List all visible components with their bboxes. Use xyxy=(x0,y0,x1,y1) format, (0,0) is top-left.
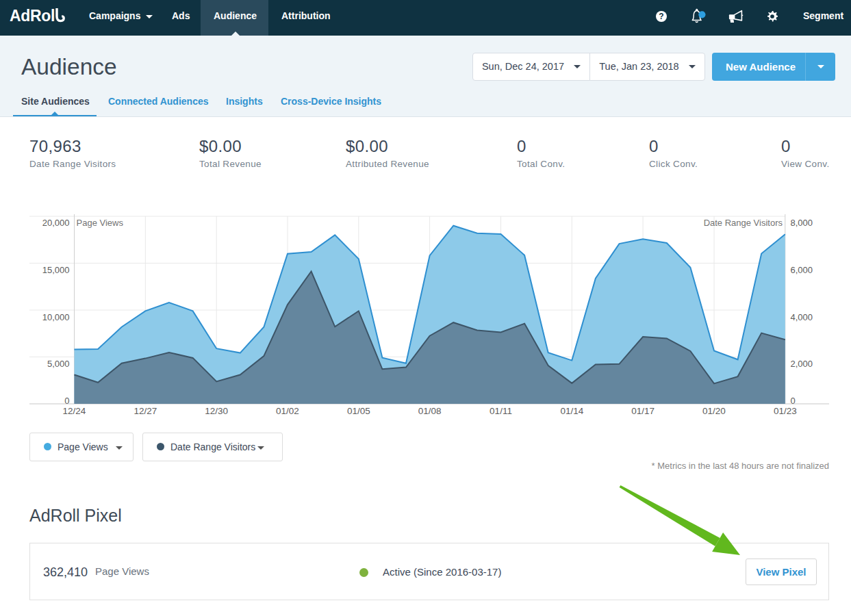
svg-text:4,000: 4,000 xyxy=(791,312,813,322)
svg-text:01/17: 01/17 xyxy=(631,406,655,416)
svg-text:12/30: 12/30 xyxy=(205,406,228,416)
svg-text:01/14: 01/14 xyxy=(560,406,583,416)
svg-text:01/05: 01/05 xyxy=(347,406,370,416)
svg-text:5,000: 5,000 xyxy=(47,359,70,369)
svg-text:2,000: 2,000 xyxy=(791,359,813,369)
svg-text:AdRol: AdRol xyxy=(10,7,55,25)
svg-text:15,000: 15,000 xyxy=(42,265,70,275)
svg-text:01/23: 01/23 xyxy=(774,406,797,416)
svg-text:10,000: 10,000 xyxy=(42,312,70,322)
svg-text:12/27: 12/27 xyxy=(134,406,157,416)
svg-text:Page Views: Page Views xyxy=(77,218,124,228)
svg-text:12/24: 12/24 xyxy=(63,406,86,416)
svg-text:01/20: 01/20 xyxy=(702,406,726,416)
svg-text:0: 0 xyxy=(64,396,69,406)
svg-text:?: ? xyxy=(659,12,663,21)
svg-text:Date Range Visitors: Date Range Visitors xyxy=(704,218,783,228)
svg-text:0: 0 xyxy=(791,396,796,406)
svg-text:01/02: 01/02 xyxy=(276,406,299,416)
svg-text:01/11: 01/11 xyxy=(490,406,512,416)
svg-text:20,000: 20,000 xyxy=(42,218,70,228)
svg-text:8,000: 8,000 xyxy=(791,218,813,228)
svg-text:6,000: 6,000 xyxy=(791,265,813,275)
svg-text:01/08: 01/08 xyxy=(418,406,442,416)
